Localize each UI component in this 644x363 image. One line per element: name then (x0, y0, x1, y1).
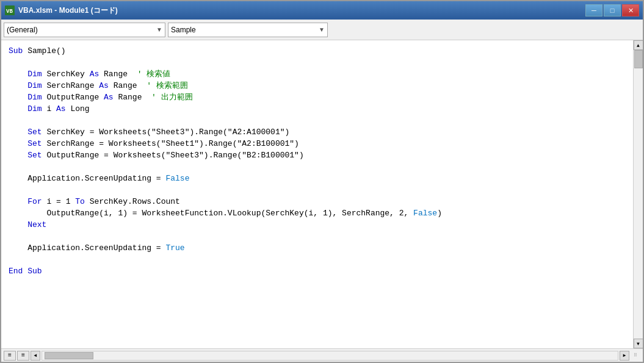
window-title: VBA.xlsm - Module1 (コード) (18, 5, 118, 16)
status-icon-2[interactable]: ≡ (17, 351, 29, 361)
general-dropdown[interactable]: (General) ▼ (4, 23, 165, 37)
status-icon-1[interactable]: ≡ (4, 351, 16, 361)
scroll-track-horizontal[interactable] (42, 351, 618, 361)
title-bar: VB VBA.xlsm - Module1 (コード) ─ □ ✕ (1, 1, 643, 20)
svg-text:VB: VB (6, 9, 13, 15)
scroll-track-vertical[interactable] (634, 50, 643, 339)
resize-corner: ⠿ (631, 351, 640, 361)
vertical-scrollbar: ▲ ▼ (633, 40, 643, 348)
scroll-right-button[interactable]: ► (620, 351, 629, 361)
main-window: VB VBA.xlsm - Module1 (コード) ─ □ ✕ (Gener… (0, 0, 644, 363)
code-editor[interactable]: Sub Sample() Dim SerchKey As Range ' 検索値… (1, 40, 633, 348)
editor-area: Sub Sample() Dim SerchKey As Range ' 検索値… (1, 40, 643, 348)
general-dropdown-arrow: ▼ (156, 26, 162, 33)
sample-dropdown-value: Sample (171, 26, 196, 34)
statusbar: ≡ ≡ ◄ ► ⠿ (1, 348, 643, 362)
sample-dropdown[interactable]: Sample ▼ (168, 23, 328, 37)
title-bar-left: VB VBA.xlsm - Module1 (コード) (5, 5, 118, 16)
toolbar: (General) ▼ Sample ▼ (1, 20, 643, 40)
minimize-button[interactable]: ─ (585, 4, 602, 16)
scroll-up-button[interactable]: ▲ (634, 40, 643, 50)
scroll-thumb-vertical[interactable] (634, 50, 643, 68)
general-dropdown-value: (General) (7, 26, 38, 34)
sample-dropdown-arrow: ▼ (319, 26, 325, 33)
close-button[interactable]: ✕ (622, 4, 639, 16)
scroll-thumb-horizontal[interactable] (45, 352, 93, 359)
restore-button[interactable]: □ (604, 4, 621, 16)
title-controls: ─ □ ✕ (585, 4, 639, 16)
vba-icon: VB (5, 5, 15, 15)
scroll-down-button[interactable]: ▼ (634, 339, 643, 348)
scroll-left-button[interactable]: ◄ (31, 351, 40, 361)
